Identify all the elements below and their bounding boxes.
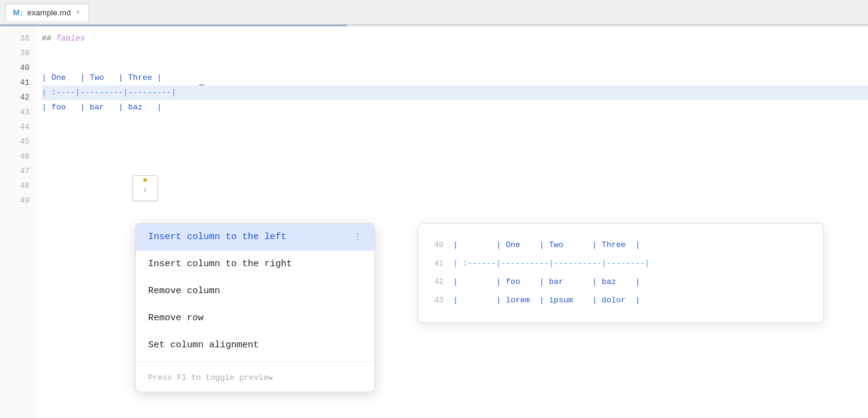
menu-item-remove-row[interactable]: Remove row bbox=[136, 305, 374, 332]
menu-dots-icon[interactable]: ⋮ bbox=[353, 230, 362, 245]
menu-item-remove-col[interactable]: Remove column bbox=[136, 278, 374, 305]
preview-line-num-41: 41 bbox=[428, 254, 443, 273]
line-num-46: 46 bbox=[0, 149, 30, 164]
line-num-42: 42 bbox=[0, 90, 30, 105]
line-num-45: 45 bbox=[0, 135, 30, 149]
menu-item-remove-col-label: Remove column bbox=[148, 284, 220, 299]
table-line-41: | :----|---------|---------| bbox=[42, 85, 181, 100]
preview-panel: 40 | | One | Two | Three | 41 | :------|… bbox=[418, 223, 824, 323]
row-handle[interactable]: ⇕ bbox=[132, 175, 158, 201]
line-num-49: 49 bbox=[0, 194, 30, 208]
tab-filename: example.md bbox=[27, 8, 71, 17]
menu-item-insert-col-left[interactable]: Insert column to the left ⋮ bbox=[136, 224, 374, 251]
line-num-40: 40 bbox=[0, 61, 30, 76]
preview-code-41: | :------|----------|----------|--------… bbox=[453, 254, 650, 273]
line-numbers: 38 39 40 41 42 43 44 45 46 47 48 49 bbox=[0, 26, 37, 418]
arrow-up-icon: ⇕ bbox=[143, 183, 147, 198]
preview-line-41: 41 | :------|----------|----------|-----… bbox=[428, 254, 813, 273]
menu-item-remove-row-label: Remove row bbox=[148, 311, 203, 326]
preview-line-40: 40 | | One | Two | Three | bbox=[428, 236, 813, 254]
menu-item-set-alignment-label: Set column alignment bbox=[148, 338, 259, 353]
tab-example-md[interactable]: M↓ example.md × bbox=[5, 4, 89, 21]
tab-close-button[interactable]: × bbox=[74, 8, 81, 17]
code-line-38: ## Tables bbox=[42, 31, 868, 46]
code-line-48 bbox=[42, 189, 868, 203]
menu-item-set-alignment[interactable]: Set column alignment bbox=[136, 332, 374, 359]
preview-line-42: 42 | | foo | bar | baz | bbox=[428, 273, 813, 291]
line-num-47: 47 bbox=[0, 164, 30, 179]
line-num-41: 41 bbox=[0, 76, 30, 90]
tab-bar: M↓ example.md × bbox=[0, 0, 868, 25]
menu-item-insert-col-right-label: Insert column to the right bbox=[148, 257, 292, 272]
line-num-38: 38 bbox=[0, 31, 30, 46]
context-menu: Insert column to the left ⋮ Insert colum… bbox=[135, 223, 375, 392]
preview-code-42: | | foo | bar | baz | bbox=[453, 273, 640, 291]
code-line-47 bbox=[42, 174, 868, 189]
code-line-43 bbox=[42, 115, 868, 130]
code-line-45 bbox=[42, 144, 868, 159]
line-num-39: 39 bbox=[0, 46, 30, 61]
markdown-icon: M↓ bbox=[13, 8, 23, 17]
code-line-40: | One | Two | Three | bbox=[42, 71, 868, 85]
preview-line-num-40: 40 bbox=[428, 236, 443, 254]
preview-code-40: | | One | Two | Three | bbox=[453, 236, 640, 254]
code-line-46 bbox=[42, 159, 868, 174]
table-line-40: | One | Two | Three | bbox=[42, 71, 162, 85]
menu-item-insert-col-left-label: Insert column to the left bbox=[148, 230, 286, 245]
code-line-39 bbox=[42, 46, 868, 61]
code-line-44 bbox=[42, 130, 868, 144]
code-line-49 bbox=[42, 203, 868, 218]
heading-text: Tables bbox=[56, 31, 85, 46]
line-num-44: 44 bbox=[0, 120, 30, 135]
table-line-42: | foo | bar | baz | bbox=[42, 100, 162, 115]
preview-line-num-42: 42 bbox=[428, 273, 443, 291]
menu-divider bbox=[136, 361, 374, 362]
preview-line-num-43: 43 bbox=[428, 291, 443, 310]
editor: 38 39 40 41 42 43 44 45 46 47 48 49 ## T… bbox=[0, 26, 868, 418]
heading-hash: ## bbox=[42, 31, 56, 46]
preview-code-43: | | lorem | ipsum | dolor | bbox=[453, 291, 640, 310]
menu-footer: Press F1 to toggle preview bbox=[136, 365, 374, 392]
line-num-48: 48 bbox=[0, 179, 30, 194]
code-line-41: | :----|---------|---------| bbox=[42, 85, 868, 100]
code-area[interactable]: ## Tables | One | Two | Three | | :----|… bbox=[37, 26, 868, 418]
line-num-43: 43 bbox=[0, 105, 30, 120]
preview-line-43: 43 | | lorem | ipsum | dolor | bbox=[428, 291, 813, 310]
row-handle-dot bbox=[143, 178, 147, 182]
row-handle-arrows: ⇕ bbox=[143, 183, 147, 198]
menu-item-insert-col-right[interactable]: Insert column to the right bbox=[136, 251, 374, 278]
code-line-42: | foo | bar | baz | bbox=[42, 100, 868, 115]
